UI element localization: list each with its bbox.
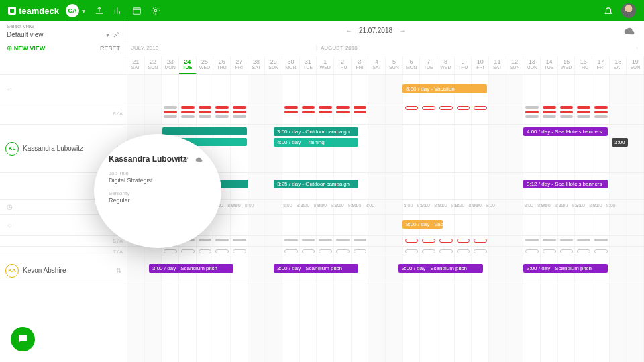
bars-icon[interactable]	[113, 6, 123, 15]
chat-button[interactable]	[11, 327, 35, 351]
day-header-cell[interactable]: 28SAT	[248, 56, 266, 74]
day-header-cell[interactable]: 16THU	[575, 56, 592, 74]
availability-bar	[302, 106, 315, 109]
time-label: 8:00 - 8:00	[593, 203, 615, 208]
job-title-value: Digital Strategist	[109, 177, 207, 184]
edit-icon[interactable]	[113, 31, 120, 38]
person-name[interactable]: Kevon Abshire	[23, 267, 66, 274]
event-training[interactable]: 4:00 / day - Training	[274, 138, 358, 147]
day-header-cell[interactable]: 24TUE	[179, 56, 197, 74]
user-badge[interactable]: CA	[66, 4, 79, 17]
availability-bar	[199, 106, 212, 109]
availability-bar	[319, 111, 332, 113]
day-header: 21SAT22SUN23MON24TUE25WED26THU27FRI28SAT…	[0, 56, 644, 75]
event-sea[interactable]: 3:12 / day - Sea Hotels banners	[523, 180, 608, 188]
brand-logo[interactable]: teamdeck	[8, 6, 59, 16]
edit-icon[interactable]	[182, 156, 190, 163]
day-header-cell[interactable]: 15WED	[558, 56, 576, 74]
gear-icon[interactable]	[151, 6, 160, 15]
user-avatar[interactable]	[621, 3, 636, 18]
day-header-cell[interactable]: 7TUE	[420, 56, 437, 74]
event-sea[interactable]: 4:00 / day - Sea Hotels banners	[523, 127, 608, 136]
brand-name: teamdeck	[19, 6, 59, 16]
availability-bar	[457, 239, 470, 243]
event-block[interactable]	[162, 127, 247, 135]
availability-bar	[181, 115, 195, 118]
event-vacation[interactable]: 8:00 / day - Vacation	[402, 220, 443, 229]
person-name[interactable]: Kassandra Lubowitz	[23, 145, 83, 152]
availability-bar	[422, 239, 435, 243]
new-view-button[interactable]: ⊕ NEW VIEW	[7, 44, 45, 52]
day-header-cell[interactable]: 3FRI	[352, 56, 369, 74]
date-prev-button[interactable]: ←	[345, 27, 352, 34]
add-button[interactable]: +	[631, 45, 639, 51]
day-header-cell[interactable]: 31TUE	[300, 56, 317, 74]
day-header-cell[interactable]: 23MON	[162, 56, 179, 74]
event-scandium[interactable]: 3:00 / day - Scandium pitch	[523, 264, 608, 273]
cloud-icon[interactable]	[624, 25, 635, 36]
day-header-cell[interactable]: 12SUN	[506, 56, 524, 74]
day-header-cell[interactable]: 1WED	[317, 56, 334, 74]
day-header-cell[interactable]: 2THU	[334, 56, 352, 74]
upload-icon[interactable]	[95, 6, 104, 15]
person-avatar[interactable]: KA	[5, 264, 19, 278]
day-header-cell[interactable]: 5SUN	[386, 56, 403, 74]
day-header-cell[interactable]: 30MON	[282, 56, 300, 74]
event-scandium[interactable]: 3:00 / day - Scandium pitch	[274, 264, 358, 273]
event-scandium[interactable]: 3:00 / day - Scandium pitch	[149, 264, 233, 273]
month-label: AUGUST, 2018	[317, 45, 358, 51]
day-header-cell[interactable]: 19SUN	[627, 56, 644, 74]
reset-button[interactable]: RESET	[100, 45, 120, 52]
day-header-cell[interactable]: 14TUE	[541, 56, 558, 74]
date-next-button[interactable]: →	[399, 27, 406, 34]
view-bar: ⊕ NEW VIEW RESET JULY, 2018 AUGUST, 2018…	[0, 40, 644, 56]
availability-bar	[405, 106, 419, 110]
chevron-down-icon[interactable]: ▾	[106, 31, 109, 38]
availability-bar	[215, 239, 229, 241]
availability-bar	[594, 106, 608, 109]
day-header-cell[interactable]: 17FRI	[592, 56, 610, 74]
day-header-cell[interactable]: 13MON	[523, 56, 541, 74]
day-header-cell[interactable]: 8WED	[437, 56, 455, 74]
availability-bar	[302, 249, 315, 253]
day-header-cell[interactable]: 10FRI	[472, 56, 489, 74]
availability-bar	[233, 249, 246, 253]
event-vacation[interactable]: 8:00 / day - Vacation	[402, 84, 487, 93]
bell-icon[interactable]	[604, 6, 613, 15]
availability-bar	[543, 111, 556, 113]
day-header-cell[interactable]: 26THU	[213, 56, 231, 74]
day-header-cell[interactable]: 9THU	[455, 56, 472, 74]
day-header-cell[interactable]: 21SAT	[127, 56, 145, 74]
day-header-cell[interactable]: 11SAT	[489, 56, 506, 74]
day-header-cell[interactable]: 27FRI	[231, 56, 248, 74]
availability-bar	[560, 239, 574, 241]
day-header-cell[interactable]: 4SAT	[368, 56, 386, 74]
availability-bar	[474, 249, 487, 253]
day-header-cell[interactable]: 18SAT	[610, 56, 627, 74]
event-outdoor[interactable]: 3:00 / day - Outdoor campaign	[274, 127, 358, 136]
cloud-icon[interactable]	[195, 156, 203, 163]
availability-bar	[594, 249, 608, 253]
filter-icon[interactable]: ⇅	[116, 267, 121, 274]
availability-bar	[215, 106, 229, 109]
availability-bar	[594, 111, 608, 113]
current-date[interactable]: 21.07.2018	[359, 27, 392, 34]
day-header-cell[interactable]: 25WED	[197, 56, 214, 74]
event-outdoor[interactable]: 3:25 / day - Outdoor campaign	[274, 180, 358, 188]
day-header-cell[interactable]: 29SUN	[265, 56, 282, 74]
time-label: 8:00 - 8:00	[352, 203, 374, 208]
chevron-down-icon[interactable]: ▾	[82, 7, 85, 15]
view-select[interactable]: Default view	[7, 31, 102, 38]
event-scandium[interactable]: 3:00 / day - Scandium pitch	[398, 264, 483, 273]
availability-bar	[525, 249, 539, 253]
availability-bar	[215, 111, 229, 113]
time-label: 8:00 - 8:00	[231, 203, 254, 208]
person-avatar[interactable]: KL	[5, 142, 19, 156]
availability-bar	[457, 106, 470, 110]
availability-bar	[543, 239, 556, 241]
day-header-cell[interactable]: 22SUN	[145, 56, 162, 74]
calendar-icon[interactable]	[132, 6, 142, 15]
sun-icon: ☼	[7, 85, 13, 93]
day-header-cell[interactable]: 6MON	[403, 56, 421, 74]
row-label: B / A	[113, 111, 123, 116]
